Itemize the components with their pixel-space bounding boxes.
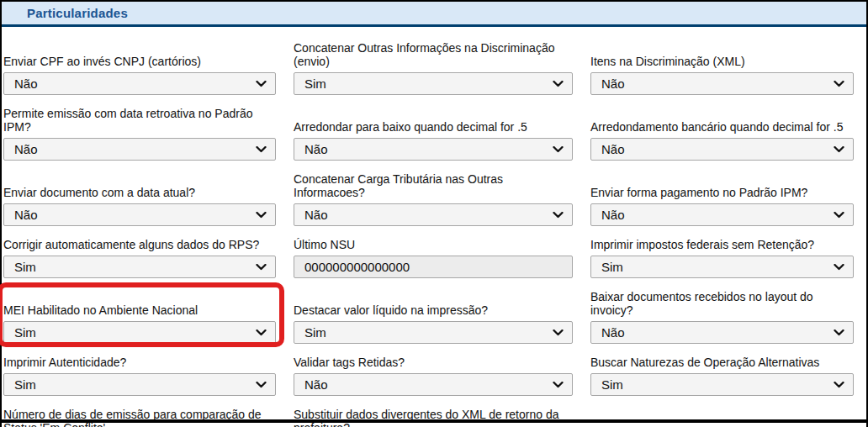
select-enviar-forma-pagamento-ipm[interactable]: Não bbox=[590, 203, 854, 226]
field-label-itens-na-discriminacao-xml: Itens na Discriminação (XML) bbox=[590, 55, 854, 68]
select-wrap-arredondamento-bancario-decimal-5: Não bbox=[590, 138, 854, 161]
select-wrap-enviar-documento-data-atual: Não bbox=[3, 203, 276, 226]
particularidades-panel: Particularidades Enviar CPF ao invés CNP… bbox=[0, 0, 868, 427]
field-label-enviar-forma-pagamento-ipm: Enviar forma pagamento no Padrão IPM? bbox=[590, 186, 854, 199]
select-wrap-imprimir-autenticidade: Sim bbox=[3, 373, 276, 396]
field-permite-emissao-data-retroativa-ipm: Permite emissão com data retroativa no P… bbox=[3, 107, 276, 161]
select-destacar-valor-liquido-impressao[interactable]: Sim bbox=[294, 321, 573, 344]
field-enviar-forma-pagamento-ipm: Enviar forma pagamento no Padrão IPM?Não bbox=[590, 172, 854, 226]
form-content: Enviar CPF ao invés CNPJ (cartórios)NãoC… bbox=[2, 27, 866, 427]
section-header: Particularidades bbox=[2, 2, 866, 27]
field-substituir-dados-divergentes-xml-prefeitura: Substituir dados divergentes do XML de r… bbox=[294, 408, 573, 427]
select-imprimir-autenticidade[interactable]: Sim bbox=[3, 373, 276, 396]
field-enviar-cpf-ao-inves-cnpj: Enviar CPF ao invés CNPJ (cartórios)Não bbox=[3, 41, 276, 95]
select-wrap-concatenar-outras-informacoes-discriminacao: Sim bbox=[294, 72, 573, 95]
field-arredondamento-bancario-decimal-5: Arredondamento bancário quando decimal f… bbox=[590, 107, 854, 161]
select-itens-na-discriminacao-xml[interactable]: Não bbox=[590, 72, 854, 95]
field-concatenar-carga-tributaria: Concatenar Carga Tributária nas Outras I… bbox=[294, 172, 573, 226]
field-label-arredondamento-bancario-decimal-5: Arredondamento bancário quando decimal f… bbox=[590, 120, 854, 134]
field-baixar-documentos-layout-invoicy: Baixar documentos recebidos no layout do… bbox=[590, 290, 854, 344]
select-concatenar-outras-informacoes-discriminacao[interactable]: Sim bbox=[294, 72, 573, 95]
field-label-permite-emissao-data-retroativa-ipm: Permite emissão com data retroativa no P… bbox=[3, 107, 276, 134]
select-mei-habilitado-ambiente-nacional[interactable]: Sim bbox=[3, 321, 276, 344]
field-arredondar-para-baixo-decimal-5: Arredondar para baixo quando decimal for… bbox=[294, 107, 573, 161]
select-arredondar-para-baixo-decimal-5[interactable]: Não bbox=[294, 138, 573, 161]
select-wrap-mei-habilitado-ambiente-nacional: Sim bbox=[3, 321, 276, 344]
field-label-concatenar-carga-tributaria: Concatenar Carga Tributária nas Outras I… bbox=[294, 172, 573, 199]
field-label-imprimir-autenticidade: Imprimir Autenticidade? bbox=[3, 356, 276, 369]
select-concatenar-carga-tributaria[interactable]: Não bbox=[294, 203, 573, 226]
field-label-enviar-cpf-ao-inves-cnpj: Enviar CPF ao invés CNPJ (cartórios) bbox=[3, 55, 276, 68]
bottom-divider bbox=[2, 419, 866, 423]
select-wrap-enviar-cpf-ao-inves-cnpj: Não bbox=[3, 72, 276, 95]
select-wrap-validar-tags-retidas: Não bbox=[294, 373, 573, 396]
field-label-destacar-valor-liquido-impressao: Destacar valor líquido na impressão? bbox=[294, 303, 573, 317]
field-label-buscar-naturezas-operacao-alternativas: Buscar Naturezas de Operação Alternativa… bbox=[590, 356, 854, 369]
field-label-mei-habilitado-ambiente-nacional: MEI Habilitado no Ambiente Nacional bbox=[3, 303, 276, 317]
select-wrap-concatenar-carga-tributaria: Não bbox=[294, 203, 573, 226]
select-wrap-permite-emissao-data-retroativa-ipm: Não bbox=[3, 138, 276, 161]
field-label-arredondar-para-baixo-decimal-5: Arredondar para baixo quando decimal for… bbox=[294, 120, 573, 134]
field-label-substituir-dados-divergentes-xml-prefeitura: Substituir dados divergentes do XML de r… bbox=[294, 408, 573, 427]
field-buscar-naturezas-operacao-alternativas: Buscar Naturezas de Operação Alternativa… bbox=[590, 356, 854, 396]
field-label-imprimir-impostos-federais-sem-retencao: Imprimir impostos federais sem Retenção? bbox=[590, 238, 854, 251]
page-title: Particularidades bbox=[27, 6, 128, 20]
select-wrap-corrigir-automaticamente-dados-rps: Sim bbox=[3, 256, 276, 278]
field-label-enviar-documento-data-atual: Enviar documento com a data atual? bbox=[3, 186, 276, 199]
select-validar-tags-retidas[interactable]: Não bbox=[294, 373, 573, 396]
field-destacar-valor-liquido-impressao: Destacar valor líquido na impressão?Sim bbox=[294, 290, 573, 344]
field-label-validar-tags-retidas: Validar tags Retidas? bbox=[294, 356, 573, 369]
select-baixar-documentos-layout-invoicy[interactable]: Não bbox=[590, 321, 854, 344]
select-arredondamento-bancario-decimal-5[interactable]: Não bbox=[590, 138, 854, 161]
select-enviar-documento-data-atual[interactable]: Não bbox=[3, 203, 276, 226]
field-enviar-documento-data-atual: Enviar documento com a data atual?Não bbox=[3, 172, 276, 226]
select-wrap-enviar-forma-pagamento-ipm: Não bbox=[590, 203, 854, 226]
select-imprimir-impostos-federais-sem-retencao[interactable]: Sim bbox=[590, 256, 854, 278]
field-imprimir-autenticidade: Imprimir Autenticidade?Sim bbox=[3, 356, 276, 396]
field-imprimir-impostos-federais-sem-retencao: Imprimir impostos federais sem Retenção?… bbox=[590, 238, 854, 278]
select-wrap-imprimir-impostos-federais-sem-retencao: Sim bbox=[590, 256, 854, 278]
field-itens-na-discriminacao-xml: Itens na Discriminação (XML)Não bbox=[590, 41, 854, 95]
input-ultimo-nsu bbox=[294, 256, 573, 278]
field-label-baixar-documentos-layout-invoicy: Baixar documentos recebidos no layout do… bbox=[590, 290, 854, 317]
select-enviar-cpf-ao-inves-cnpj[interactable]: Não bbox=[3, 72, 276, 95]
field-validar-tags-retidas: Validar tags Retidas?Não bbox=[294, 356, 573, 396]
select-wrap-arredondar-para-baixo-decimal-5: Não bbox=[294, 138, 573, 161]
select-permite-emissao-data-retroativa-ipm[interactable]: Não bbox=[3, 138, 276, 161]
field-concatenar-outras-informacoes-discriminacao: Concatenar Outras Informações na Discrim… bbox=[294, 41, 573, 95]
field-corrigir-automaticamente-dados-rps: Corrigir automaticamente alguns dados do… bbox=[3, 238, 276, 278]
field-ultimo-nsu: Último NSU bbox=[294, 238, 573, 278]
field-numero-dias-emissao-status-em-conflito: Número de dias de emissão para comparaçã… bbox=[3, 408, 276, 427]
field-label-concatenar-outras-informacoes-discriminacao: Concatenar Outras Informações na Discrim… bbox=[294, 41, 573, 68]
field-label-ultimo-nsu: Último NSU bbox=[294, 238, 573, 251]
select-wrap-destacar-valor-liquido-impressao: Sim bbox=[294, 321, 573, 344]
select-wrap-buscar-naturezas-operacao-alternativas: Sim bbox=[590, 373, 854, 396]
select-buscar-naturezas-operacao-alternativas[interactable]: Sim bbox=[590, 373, 854, 396]
field-mei-habilitado-ambiente-nacional: MEI Habilitado no Ambiente NacionalSim bbox=[3, 290, 276, 344]
field-label-corrigir-automaticamente-dados-rps: Corrigir automaticamente alguns dados do… bbox=[3, 238, 276, 251]
select-wrap-itens-na-discriminacao-xml: Não bbox=[590, 72, 854, 95]
select-corrigir-automaticamente-dados-rps[interactable]: Sim bbox=[3, 256, 276, 278]
fields-grid: Enviar CPF ao invés CNPJ (cartórios)NãoC… bbox=[3, 41, 866, 427]
select-wrap-baixar-documentos-layout-invoicy: Não bbox=[590, 321, 854, 344]
field-label-numero-dias-emissao-status-em-conflito: Número de dias de emissão para comparaçã… bbox=[3, 408, 276, 427]
